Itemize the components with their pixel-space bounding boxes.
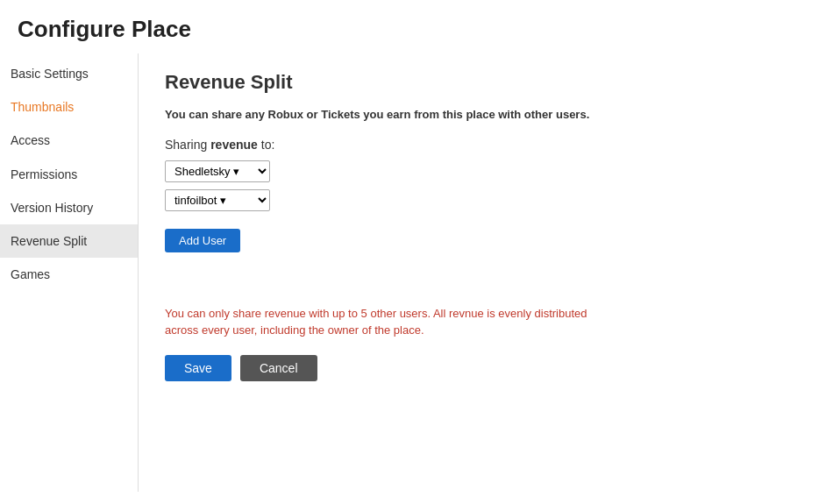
sidebar-item-version-history[interactable]: Version History bbox=[0, 191, 138, 224]
sidebar-item-access[interactable]: Access bbox=[0, 124, 138, 157]
notice-text: You can only share revenue with up to 5 … bbox=[165, 305, 621, 339]
sharing-label: Sharing revenue to: bbox=[165, 138, 814, 152]
page-title: Configure Place bbox=[0, 0, 840, 53]
sidebar: Basic Settings Thumbnails Access Permiss… bbox=[0, 53, 139, 492]
user-select-shedletsky[interactable]: Shedletsky ▾ tinfoilbot bbox=[165, 160, 270, 182]
action-buttons: Save Cancel bbox=[165, 355, 814, 381]
sidebar-item-permissions[interactable]: Permissions bbox=[0, 158, 138, 191]
sidebar-item-revenue-split[interactable]: Revenue Split bbox=[0, 224, 138, 258]
description: You can share any Robux or Tickets you e… bbox=[165, 106, 814, 124]
sharing-prefix: Sharing bbox=[165, 138, 210, 152]
sharing-bold: revenue bbox=[210, 138, 258, 152]
cancel-button[interactable]: Cancel bbox=[240, 355, 317, 381]
sidebar-item-thumbnails[interactable]: Thumbnails bbox=[0, 90, 138, 124]
user-select-shedletsky-wrapper: Shedletsky ▾ tinfoilbot bbox=[165, 160, 814, 182]
save-button[interactable]: Save bbox=[165, 355, 231, 381]
user-select-tinfoilbot-wrapper: tinfoilbot ▾ Shedletsky bbox=[165, 189, 814, 211]
sidebar-item-games[interactable]: Games bbox=[0, 258, 138, 291]
section-title: Revenue Split bbox=[165, 71, 814, 94]
user-select-tinfoilbot[interactable]: tinfoilbot ▾ Shedletsky bbox=[165, 189, 270, 211]
main-content: Revenue Split You can share any Robux or… bbox=[139, 53, 840, 492]
sharing-suffix: to: bbox=[258, 138, 274, 152]
sidebar-item-basic-settings[interactable]: Basic Settings bbox=[0, 57, 138, 90]
add-user-button[interactable]: Add User bbox=[165, 229, 240, 252]
